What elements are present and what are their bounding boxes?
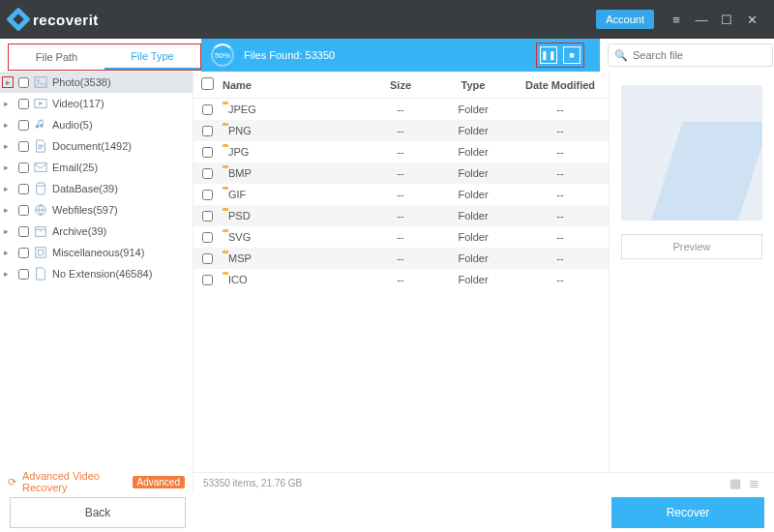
row-checkbox[interactable] [202, 190, 213, 200]
cell-name: BMP [221, 167, 367, 179]
table-row[interactable]: PSD -- Folder -- [194, 205, 609, 226]
advanced-badge: Advanced [133, 476, 185, 488]
recover-button[interactable]: Recover [611, 497, 764, 528]
category-misc[interactable]: ▸ Miscellaneous(914) [0, 242, 193, 263]
row-checkbox[interactable] [202, 168, 213, 179]
col-size[interactable]: Size [367, 79, 434, 91]
pause-button[interactable]: ❚❚ [540, 46, 557, 64]
cell-size: -- [367, 231, 434, 243]
row-checkbox[interactable] [202, 147, 213, 158]
col-date[interactable]: Date Modified [512, 79, 609, 91]
category-noext[interactable]: ▸ No Extension(46584) [0, 263, 193, 284]
grid-view-icon[interactable]: ▦ [729, 476, 745, 490]
row-checkbox[interactable] [202, 232, 213, 243]
select-all-checkbox[interactable] [201, 77, 214, 90]
category-checkbox[interactable] [18, 141, 29, 152]
search-box[interactable]: 🔍 [608, 44, 773, 67]
files-found-label: Files Found: 53350 [244, 49, 335, 61]
table-row[interactable]: JPG -- Folder -- [194, 141, 609, 163]
preview-placeholder [621, 85, 762, 221]
chevron-right-icon[interactable]: ▸ [4, 226, 14, 236]
cell-name: PNG [221, 125, 367, 136]
table-row[interactable]: GIF -- Folder -- [194, 184, 609, 205]
preview-button[interactable]: Preview [621, 234, 762, 259]
chevron-right-icon[interactable]: ▸ [4, 184, 14, 193]
category-audio[interactable]: ▸ Audio(5) [0, 114, 193, 135]
back-button[interactable]: Back [10, 497, 186, 528]
view-tabs: File Path File Type [8, 44, 201, 71]
category-label: DataBase(39) [52, 183, 118, 194]
table-row[interactable]: JPEG -- Folder -- [194, 99, 609, 120]
category-database[interactable]: ▸ DataBase(39) [0, 178, 193, 199]
cell-name: ICO [221, 274, 367, 285]
tab-file-type[interactable]: File Type [104, 44, 200, 70]
col-type[interactable]: Type [434, 79, 512, 91]
category-label: Webfiles(597) [52, 204, 118, 216]
col-name[interactable]: Name [221, 79, 367, 91]
email-icon [34, 161, 47, 174]
category-email[interactable]: ▸ Email(25) [0, 157, 193, 178]
cell-date: -- [512, 167, 609, 179]
table-row[interactable]: ICO -- Folder -- [194, 269, 609, 290]
cell-date: -- [512, 125, 609, 136]
cell-date: -- [512, 210, 609, 222]
category-checkbox[interactable] [18, 269, 29, 280]
cell-type: Folder [434, 210, 512, 222]
category-checkbox[interactable] [18, 184, 29, 194]
cell-size: -- [367, 146, 434, 158]
category-list: ▸ Photo(3538)▸ Video(117)▸ Audio(5)▸ Doc… [0, 72, 193, 470]
list-view-icon[interactable]: ≣ [749, 476, 764, 490]
advanced-recovery-link[interactable]: ⟳ Advanced Video Recovery Advanced [0, 470, 193, 493]
chevron-right-icon[interactable]: ▸ [2, 76, 14, 88]
category-checkbox[interactable] [18, 163, 29, 173]
audio-icon [34, 118, 47, 132]
chevron-right-icon[interactable]: ▸ [4, 141, 14, 151]
category-web[interactable]: ▸ Webfiles(597) [0, 199, 193, 221]
table-row[interactable]: SVG -- Folder -- [194, 226, 609, 248]
category-checkbox[interactable] [18, 205, 29, 216]
row-checkbox[interactable] [202, 275, 213, 285]
category-document[interactable]: ▸ Document(1492) [0, 135, 193, 157]
maximize-button[interactable]: ☐ [714, 7, 739, 32]
category-image[interactable]: ▸ Photo(3538) [0, 72, 193, 93]
cell-date: -- [512, 252, 609, 264]
row-checkbox[interactable] [202, 104, 213, 115]
category-checkbox[interactable] [18, 120, 29, 131]
tab-file-path[interactable]: File Path [9, 44, 104, 70]
stop-button[interactable]: ■ [563, 46, 580, 64]
search-input[interactable] [633, 49, 766, 61]
category-label: Video(117) [52, 98, 104, 109]
category-video[interactable]: ▸ Video(117) [0, 93, 193, 114]
cell-type: Folder [434, 167, 512, 179]
svg-rect-7 [36, 248, 46, 258]
cell-size: -- [367, 252, 434, 264]
chevron-right-icon[interactable]: ▸ [4, 248, 14, 257]
category-archive[interactable]: ▸ Archive(39) [0, 221, 193, 242]
chevron-right-icon[interactable]: ▸ [4, 205, 14, 215]
category-checkbox[interactable] [18, 226, 29, 237]
table-row[interactable]: MSP -- Folder -- [194, 248, 609, 269]
cell-type: Folder [434, 252, 512, 264]
row-checkbox[interactable] [202, 126, 213, 136]
chevron-right-icon[interactable]: ▸ [4, 120, 14, 130]
footer: Back Recover [0, 493, 774, 532]
category-label: No Extension(46584) [52, 268, 152, 280]
row-checkbox[interactable] [202, 253, 213, 264]
chevron-right-icon[interactable]: ▸ [4, 99, 14, 108]
account-button[interactable]: Account [596, 10, 654, 29]
table-row[interactable]: BMP -- Folder -- [194, 163, 609, 184]
table-row[interactable]: PNG -- Folder -- [194, 120, 609, 141]
status-bar: 53350 items, 21.76 GB ▦ ≣ [194, 472, 774, 493]
category-label: Miscellaneous(914) [52, 247, 144, 258]
cell-date: -- [512, 189, 609, 200]
category-checkbox[interactable] [18, 248, 29, 258]
chevron-right-icon[interactable]: ▸ [4, 163, 14, 172]
close-button[interactable]: ✕ [739, 7, 764, 32]
chevron-right-icon[interactable]: ▸ [4, 269, 14, 279]
menu-icon[interactable]: ≡ [664, 7, 689, 32]
row-checkbox[interactable] [202, 211, 213, 222]
category-checkbox[interactable] [18, 99, 29, 109]
category-checkbox[interactable] [18, 77, 29, 88]
minimize-button[interactable]: — [689, 7, 714, 32]
cell-type: Folder [434, 189, 512, 200]
